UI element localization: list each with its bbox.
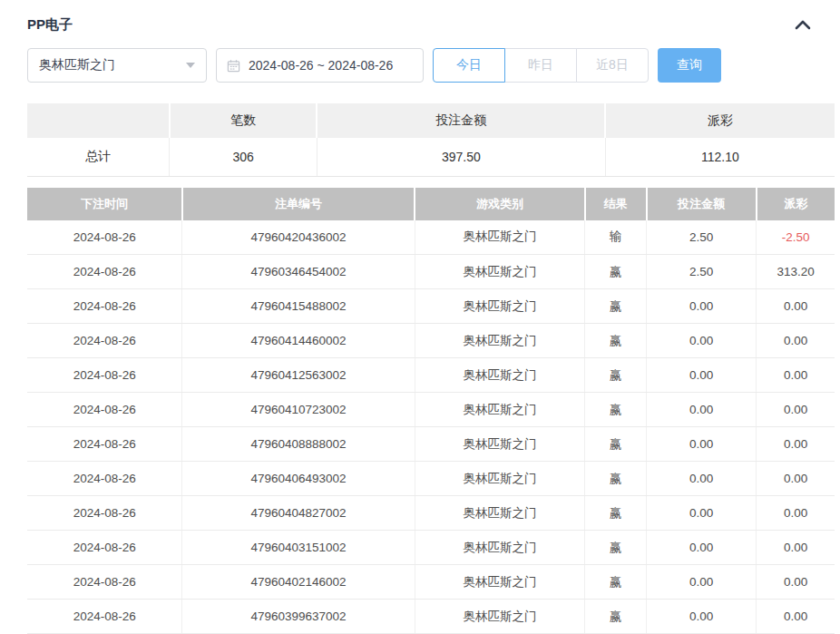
summary-total-count: 306 xyxy=(170,138,317,176)
summary-header-empty xyxy=(27,103,170,138)
cell-order-number: 47960412563002 xyxy=(182,358,415,393)
cell-game-category: 奥林匹斯之门 xyxy=(415,531,585,565)
table-row: 2024-08-2647960408888002奥林匹斯之门赢0.000.00 xyxy=(27,427,835,462)
table-row: 2024-08-2647960404827002奥林匹斯之门赢0.000.00 xyxy=(27,496,835,531)
collapse-button[interactable] xyxy=(793,15,813,34)
cell-result: 赢 xyxy=(585,324,647,358)
caret-down-icon xyxy=(186,63,195,68)
summary-header-row: 笔数 投注金额 派彩 xyxy=(27,103,835,138)
cell-bet-time: 2024-08-26 xyxy=(27,393,182,427)
cell-bet-time: 2024-08-26 xyxy=(27,531,182,565)
cell-payout: -2.50 xyxy=(757,220,835,255)
cell-game-category: 奥林匹斯之门 xyxy=(415,496,585,531)
cell-game-category: 奥林匹斯之门 xyxy=(415,255,585,289)
cell-payout: 0.00 xyxy=(757,289,835,324)
cell-game-category: 奥林匹斯之门 xyxy=(415,427,585,462)
pp-panel: PP电子 奥林匹斯之门 2024-08-26 ~ 2024-08-26 今 xyxy=(0,0,840,634)
cell-bet-amount: 0.00 xyxy=(647,600,757,634)
table-row: 2024-08-2647960410723002奥林匹斯之门赢0.000.00 xyxy=(27,393,835,427)
cell-bet-time: 2024-08-26 xyxy=(27,427,182,462)
table-row: 2024-08-2647960399637002奥林匹斯之门赢0.000.00 xyxy=(27,600,835,634)
cell-payout: 0.00 xyxy=(757,600,835,634)
cell-order-number: 47960404827002 xyxy=(182,496,415,531)
cell-bet-amount: 0.00 xyxy=(647,289,757,324)
cell-payout: 313.20 xyxy=(757,255,835,289)
game-select[interactable]: 奥林匹斯之门 xyxy=(27,48,207,83)
table-row: 2024-08-2647960412563002奥林匹斯之门赢0.000.00 xyxy=(27,358,835,393)
cell-order-number: 47960399637002 xyxy=(182,600,415,634)
detail-table-body: 2024-08-2647960420436002奥林匹斯之门输2.50-2.50… xyxy=(27,220,835,634)
summary-table: 笔数 投注金额 派彩 总计 306 397.50 112.10 xyxy=(27,103,835,177)
cell-payout: 0.00 xyxy=(757,565,835,600)
cell-bet-amount: 0.00 xyxy=(647,393,757,427)
calendar-icon xyxy=(227,59,240,73)
cell-order-number: 47960406493002 xyxy=(182,462,415,496)
cell-bet-time: 2024-08-26 xyxy=(27,462,182,496)
cell-bet-amount: 0.00 xyxy=(647,565,757,600)
cell-bet-time: 2024-08-26 xyxy=(27,565,182,600)
table-row: 2024-08-2647960420436002奥林匹斯之门输2.50-2.50 xyxy=(27,220,835,255)
cell-bet-time: 2024-08-26 xyxy=(27,220,182,255)
cell-order-number: 47960414460002 xyxy=(182,324,415,358)
cell-bet-time: 2024-08-26 xyxy=(27,289,182,324)
summary-total-bet-amount: 397.50 xyxy=(317,138,605,176)
cell-bet-amount: 0.00 xyxy=(647,531,757,565)
panel-title: PP电子 xyxy=(27,16,73,34)
yesterday-button[interactable]: 昨日 xyxy=(504,48,577,83)
table-row: 2024-08-2647960415488002奥林匹斯之门赢0.000.00 xyxy=(27,289,835,324)
cell-payout: 0.00 xyxy=(757,324,835,358)
today-button[interactable]: 今日 xyxy=(433,48,505,83)
cell-order-number: 47960346454002 xyxy=(182,255,415,289)
header-game-category: 游戏类别 xyxy=(415,188,585,220)
panel-header: PP电子 xyxy=(27,0,813,36)
header-result: 结果 xyxy=(585,188,647,220)
cell-order-number: 47960415488002 xyxy=(182,289,415,324)
summary-total-row: 总计 306 397.50 112.10 xyxy=(27,138,835,176)
cell-bet-amount: 0.00 xyxy=(647,462,757,496)
cell-result: 输 xyxy=(585,220,647,255)
cell-game-category: 奥林匹斯之门 xyxy=(415,358,585,393)
cell-bet-time: 2024-08-26 xyxy=(27,255,182,289)
game-select-value: 奥林匹斯之门 xyxy=(39,57,115,73)
cell-bet-amount: 0.00 xyxy=(647,427,757,462)
cell-payout: 0.00 xyxy=(757,496,835,531)
table-row: 2024-08-2647960402146002奥林匹斯之门赢0.000.00 xyxy=(27,565,835,600)
table-row: 2024-08-2647960346454002奥林匹斯之门赢2.50313.2… xyxy=(27,255,835,289)
cell-payout: 0.00 xyxy=(757,531,835,565)
cell-payout: 0.00 xyxy=(757,462,835,496)
last-8-days-button[interactable]: 近8日 xyxy=(576,48,649,83)
cell-order-number: 47960420436002 xyxy=(182,220,415,255)
cell-order-number: 47960408888002 xyxy=(182,427,415,462)
cell-payout: 0.00 xyxy=(757,393,835,427)
cell-order-number: 47960410723002 xyxy=(182,393,415,427)
query-button[interactable]: 查询 xyxy=(658,48,721,83)
cell-game-category: 奥林匹斯之门 xyxy=(415,565,585,600)
cell-bet-amount: 2.50 xyxy=(647,255,757,289)
cell-bet-amount: 0.00 xyxy=(647,358,757,393)
cell-bet-time: 2024-08-26 xyxy=(27,600,182,634)
quick-date-segment: 今日 昨日 近8日 xyxy=(433,48,649,83)
cell-result: 赢 xyxy=(585,289,647,324)
cell-order-number: 47960402146002 xyxy=(182,565,415,600)
cell-game-category: 奥林匹斯之门 xyxy=(415,220,585,255)
date-range-value: 2024-08-26 ~ 2024-08-26 xyxy=(249,58,393,73)
table-row: 2024-08-2647960403151002奥林匹斯之门赢0.000.00 xyxy=(27,531,835,565)
date-range-input[interactable]: 2024-08-26 ~ 2024-08-26 xyxy=(216,48,424,83)
detail-header-row: 下注时间 注单编号 游戏类别 结果 投注金额 派彩 xyxy=(27,188,835,220)
cell-bet-amount: 0.00 xyxy=(647,324,757,358)
table-row: 2024-08-2647960414460002奥林匹斯之门赢0.000.00 xyxy=(27,324,835,358)
chevron-up-icon xyxy=(795,19,811,30)
cell-game-category: 奥林匹斯之门 xyxy=(415,393,585,427)
summary-header-payout: 派彩 xyxy=(605,103,835,138)
cell-order-number: 47960403151002 xyxy=(182,531,415,565)
cell-result: 赢 xyxy=(585,565,647,600)
cell-payout: 0.00 xyxy=(757,427,835,462)
cell-bet-amount: 0.00 xyxy=(647,496,757,531)
filter-bar: 奥林匹斯之门 2024-08-26 ~ 2024-08-26 今日 昨日 近8日… xyxy=(27,48,813,83)
header-bet-time: 下注时间 xyxy=(27,188,182,220)
cell-result: 赢 xyxy=(585,531,647,565)
summary-header-bet-amount: 投注金额 xyxy=(317,103,605,138)
header-bet-amount: 投注金额 xyxy=(647,188,757,220)
header-order-number: 注单编号 xyxy=(182,188,415,220)
cell-bet-time: 2024-08-26 xyxy=(27,358,182,393)
